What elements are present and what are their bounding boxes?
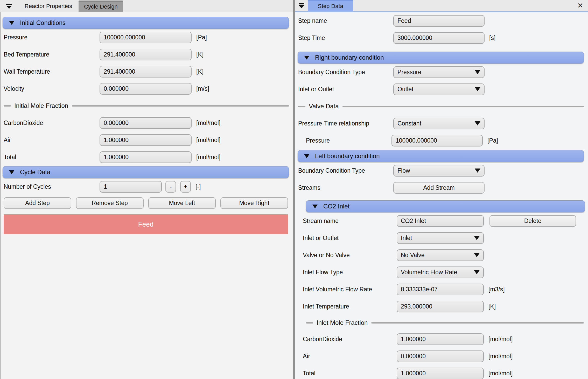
move-left-button[interactable]: Move Left [148,197,216,209]
inlet-volumetric-flow-rate-input[interactable]: 8.333333e-07 [397,284,484,295]
chevron-down-icon [475,169,480,173]
carbondioxide-input[interactable]: 1.000000 [397,333,484,345]
bed-temperature-input[interactable]: 291.400000 [100,49,192,60]
section-header-cycle-data[interactable]: Cycle Data [3,166,289,178]
velocity-input[interactable]: 0.000000 [100,83,192,95]
remove-step-button[interactable]: Remove Step [76,197,144,209]
pressure-input[interactable]: 100000.000000 [100,32,192,43]
number-of-cycles-label: Number of Cycles [4,183,100,190]
row-inlet-volumetric-flow-rate: Inlet Volumetric Flow Rate 8.333333e-07 … [301,281,588,298]
row-left-bc-type: Boundary Condition Type Flow [295,162,588,179]
chevron-down-icon [475,70,480,74]
section-title: CO2 Inlet [323,203,349,210]
bc-type-dropdown[interactable]: Pressure [393,66,485,78]
total-input[interactable]: 1.000000 [397,368,484,379]
section-header-right-boundary[interactable]: Right boundary condition [298,52,584,64]
row-inlet-total: Total 1.000000 [mol/mol] [301,365,588,379]
number-of-cycles-input[interactable]: 1 [100,181,162,193]
chevron-down-icon [475,87,480,91]
inlet-flow-type-dropdown[interactable]: Volumetric Flow Rate [397,266,484,278]
step-feed-bar[interactable]: Feed [4,214,288,234]
number-of-cycles-unit: [-] [195,183,201,190]
row-inlet-flow-type: Inlet Flow Type Volumetric Flow Rate [301,264,588,281]
separator-label: Inlet Mole Fraction [317,319,368,326]
dropdown-value: No Valve [401,252,425,259]
carbondioxide-input[interactable]: 0.000000 [100,117,192,129]
step-time-label: Step Time [298,34,393,41]
right-tabbar: Step Data ✕ [295,0,588,12]
row-stream-inlet-outlet: Inlet or Outlet Inlet [301,229,588,247]
bc-type-dropdown[interactable]: Flow [393,165,485,177]
chevron-down-icon [474,236,480,240]
valve-pressure-label: Pressure [298,137,386,144]
row-carbondioxide: CarbonDioxide 0.000000 [mol/mol] [1,114,293,131]
panel-splitter[interactable] [293,0,295,379]
separator-line [371,322,584,324]
streams-label: Streams [298,184,393,191]
valve-or-no-valve-label: Valve or No Valve [303,252,397,259]
section-header-left-boundary[interactable]: Left boundary condition [298,150,584,162]
step-time-input[interactable]: 3000.000000 [393,32,485,44]
air-input[interactable]: 1.000000 [100,134,192,146]
tab-step-data[interactable]: Step Data [308,0,353,11]
air-label: Air [4,137,100,144]
velocity-unit: [m/s] [196,85,209,92]
delete-stream-button[interactable]: Delete [489,215,576,227]
row-air: Air 1.000000 [mol/mol] [1,131,293,149]
separator-line [342,106,584,107]
section-header-co2-inlet[interactable]: CO2 Inlet [306,200,585,212]
inlet-temperature-input[interactable]: 293.000000 [397,301,484,312]
inlet-or-outlet-label: Inlet or Outlet [303,235,397,242]
section-title: Cycle Data [20,169,50,176]
tab-reactor-properties[interactable]: Reactor Properties [18,1,79,12]
air-input[interactable]: 0.000000 [397,350,484,362]
valve-pressure-input[interactable]: 100000.000000 [391,135,483,146]
total-input[interactable]: 1.000000 [100,151,192,163]
section-header-initial-conditions[interactable]: Initial Conditions [3,17,289,29]
tab-cycle-design[interactable]: Cycle Design [79,1,123,12]
velocity-label: Velocity [4,85,100,92]
stream-name-input[interactable]: CO2 Inlet [397,215,484,227]
add-step-button[interactable]: Add Step [4,197,71,209]
row-streams: Streams Add Stream [295,179,588,196]
add-stream-button[interactable]: Add Stream [393,182,485,194]
cycles-decrement-button[interactable]: - [165,181,176,193]
row-valve-or-no-valve: Valve or No Valve No Valve [301,247,588,264]
pressure-time-relationship-dropdown[interactable]: Constant [393,118,485,129]
separator-dash [298,106,305,107]
dock-menu-button[interactable] [0,1,18,12]
wall-temperature-input[interactable]: 291.400000 [100,66,192,78]
row-number-of-cycles: Number of Cycles 1 - + [-] [1,178,293,195]
chevron-down-icon [474,270,480,274]
bc-type-label: Boundary Condition Type [298,167,393,174]
inlet-flow-type-label: Inlet Flow Type [303,269,397,276]
inlet-or-outlet-dropdown[interactable]: Inlet [397,232,484,244]
section-title: Initial Conditions [20,19,66,26]
row-step-name: Step name Feed [295,12,588,29]
dock-menu-button[interactable] [295,0,308,11]
cycles-increment-button[interactable]: + [180,181,191,193]
valve-or-no-valve-dropdown[interactable]: No Valve [397,249,484,261]
row-bed-temperature: Bed Temperature 291.400000 [K] [1,46,293,63]
row-pressure: Pressure 100000.000000 [Pa] [1,29,293,46]
step-name-input[interactable]: Feed [393,15,485,27]
dropdown-value: Volumetric Flow Rate [401,269,457,276]
row-stream-name: Stream name CO2 Inlet Delete [301,212,588,229]
bed-temperature-label: Bed Temperature [4,51,100,58]
close-icon[interactable]: ✕ [577,2,583,9]
separator-dash [306,322,313,324]
row-right-inlet-outlet: Inlet or Outlet Outlet [295,81,588,98]
total-label: Total [4,154,100,161]
dropdown-value: Inlet [401,235,412,242]
cycle-design-content: Initial Conditions Pressure 100000.00000… [0,12,293,379]
chevron-down-icon [474,253,480,257]
left-tabbar: Reactor Properties Cycle Design [0,0,293,12]
stream-subsection: CO2 Inlet Stream name CO2 Inlet Delete I… [301,200,588,379]
inlet-temperature-label: Inlet Temperature [303,303,397,310]
total-unit: [mol/mol] [196,154,220,161]
inlet-or-outlet-dropdown[interactable]: Outlet [393,83,485,95]
row-valve-pressure: Pressure 100000.000000 [Pa] [295,132,588,149]
collapse-triangle-icon [312,205,318,208]
move-right-button[interactable]: Move Right [220,197,288,209]
row-wall-temperature: Wall Temperature 291.400000 [K] [1,63,293,80]
